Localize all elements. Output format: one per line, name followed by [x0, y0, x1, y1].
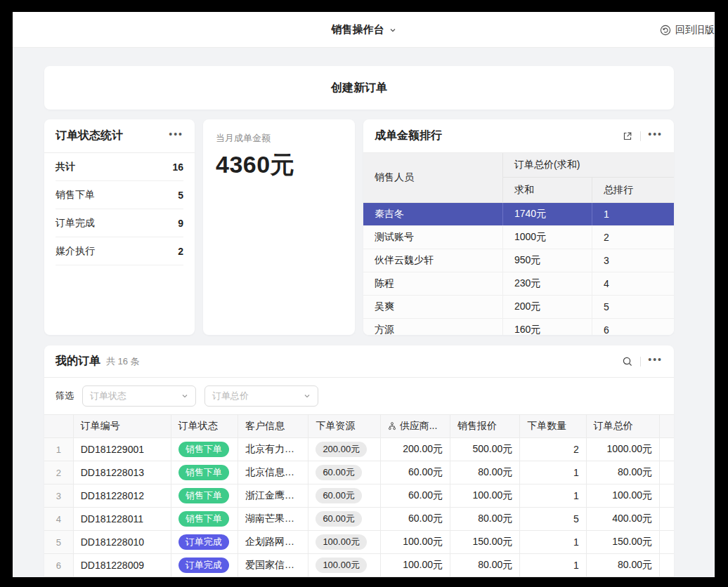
col-spacer [660, 415, 674, 437]
status-label: 订单完成 [56, 217, 95, 230]
select-placeholder: 订单总价 [212, 390, 249, 402]
row-number: 5 [44, 531, 74, 553]
col-quote[interactable]: 销售报价 [450, 415, 520, 437]
status-badge: 销售下单 [178, 488, 229, 503]
row-number: 2 [44, 461, 74, 484]
back-to-old-version-button[interactable]: 回到旧版 [660, 12, 715, 48]
ranking-row[interactable]: 吴爽 200元 5 [363, 296, 674, 319]
order-row[interactable]: 6 DD181228009 订单完成 爱国家信息... 100.00元 100.… [44, 554, 674, 577]
ranking-col-person: 销售人员 [363, 153, 503, 202]
status-value: 2 [178, 246, 183, 257]
ranking-name: 方源 [363, 319, 503, 335]
more-menu-icon[interactable]: ••• [169, 131, 183, 141]
col-customer[interactable]: 客户信息 [238, 415, 308, 437]
order-total-filter-select[interactable]: 订单总价 [204, 385, 318, 407]
order-row[interactable]: 3 DD181228012 销售下单 浙江金鹰卡... 60.00元 60.00… [44, 484, 674, 508]
ranking-sum: 230元 [503, 272, 592, 295]
monthly-amount-label: 当月成单金额 [216, 132, 342, 145]
supplier-price: 60.00元 [381, 461, 450, 484]
divider [640, 357, 641, 367]
order-row[interactable]: 2 DD181228013 销售下单 北京信息大... 60.00元 60.00… [44, 461, 674, 484]
resource-badge: 100.00元 [316, 558, 367, 573]
status-list: 共计 16 销售下单 5 订单完成 9 媒介执行 2 [44, 153, 195, 265]
col-total[interactable]: 订单总价 [587, 415, 660, 437]
status-value: 9 [178, 218, 183, 229]
col-supplier[interactable]: 供应商... [381, 415, 450, 437]
order-total: 80.00元 [587, 461, 660, 484]
customer-info: 爱国家信息... [245, 559, 301, 572]
status-label: 媒介执行 [56, 245, 95, 258]
col-status[interactable]: 订单状态 [171, 415, 238, 437]
sales-quote: 80.00元 [450, 554, 520, 576]
resource-badge: 100.00元 [316, 534, 367, 550]
ranking-col-sum: 求和 [503, 178, 592, 202]
ranking-card-title: 成单金额排行 [375, 128, 442, 143]
row-number: 4 [44, 508, 74, 530]
status-row-sales[interactable]: 销售下单 5 [56, 181, 183, 209]
order-row[interactable]: 1 DD181229001 销售下单 北京有力量... 200.00元 200.… [44, 438, 674, 461]
order-row[interactable]: 4 DD181228011 销售下单 湖南芒果娱... 60.00元 60.00… [44, 508, 674, 531]
order-no: DD181228012 [74, 484, 171, 507]
col-order-no[interactable]: 订单编号 [74, 415, 171, 437]
more-menu-icon[interactable]: ••• [648, 131, 663, 141]
back-to-old-version-label: 回到旧版 [675, 24, 715, 37]
org-hierarchy-icon [388, 422, 396, 430]
ranking-row[interactable]: 秦吉冬 1740元 1 [363, 203, 674, 226]
ranking-rank: 4 [592, 272, 674, 295]
ranking-row[interactable]: 测试账号 1000元 2 [363, 226, 674, 249]
status-label: 销售下单 [56, 189, 95, 202]
col-qty[interactable]: 下单数量 [520, 415, 586, 437]
ranking-sum: 950元 [503, 249, 592, 272]
sales-quote: 80.00元 [450, 508, 520, 530]
resource-badge: 60.00元 [316, 511, 362, 527]
ranking-col-rank: 总排行 [592, 178, 674, 202]
ranking-rank: 2 [592, 226, 674, 249]
row-spacer [660, 531, 674, 553]
ranking-row[interactable]: 陈程 230元 4 [363, 272, 674, 296]
supplier-price: 200.00元 [381, 438, 450, 461]
ranking-name: 伙伴云魏少轩 [363, 249, 503, 272]
status-row-total[interactable]: 共计 16 [56, 153, 183, 181]
resource-badge: 60.00元 [316, 488, 362, 503]
order-row[interactable]: 5 DD181228010 订单完成 企划路网络... 100.00元 100.… [44, 531, 674, 554]
top-bar: 销售操作台 回到旧版 [13, 12, 715, 48]
order-no: DD181228010 [74, 531, 171, 553]
open-in-new-icon[interactable] [622, 131, 633, 142]
ranking-card: 成单金额排行 ••• 销售人员 订单总价(求和) 求和 总排行 [363, 119, 674, 335]
sales-quote: 80.00元 [450, 461, 520, 484]
customer-info: 北京信息大... [245, 466, 301, 479]
ranking-rank: 5 [592, 296, 674, 318]
order-status-filter-select[interactable]: 订单状态 [82, 385, 196, 407]
status-row-done[interactable]: 订单完成 9 [56, 209, 183, 237]
ranking-col-group: 订单总价(求和) [503, 153, 674, 178]
create-order-button[interactable]: 创建新订单 [44, 66, 674, 110]
order-qty: 2 [520, 438, 586, 461]
filter-label: 筛选 [56, 390, 74, 402]
supplier-price: 60.00元 [381, 484, 450, 507]
status-badge: 订单完成 [178, 534, 229, 550]
sales-quote: 150.00元 [450, 531, 520, 553]
resource-badge: 200.00元 [316, 442, 367, 457]
page-title: 销售操作台 [332, 23, 384, 37]
orders-table-header: 订单编号 订单状态 客户信息 下单资源 供应商... 销售报价 下单数量 订单总… [44, 415, 674, 438]
orders-count: 共 16 条 [106, 355, 140, 368]
filter-bar: 筛选 订单状态 订单总价 [44, 378, 674, 414]
order-no: DD181229001 [74, 438, 171, 461]
row-number-header [44, 415, 74, 437]
row-number: 3 [44, 484, 74, 507]
ranking-name: 陈程 [363, 272, 503, 295]
ranking-table-header: 销售人员 订单总价(求和) 求和 总排行 [363, 153, 674, 203]
col-resource[interactable]: 下单资源 [308, 415, 380, 437]
order-no: DD181228009 [74, 554, 171, 576]
ranking-name: 秦吉冬 [363, 203, 503, 225]
order-no: DD181228013 [74, 461, 171, 484]
status-row-media[interactable]: 媒介执行 2 [56, 237, 183, 265]
ranking-rank: 3 [592, 249, 674, 272]
ranking-row[interactable]: 方源 160元 6 [363, 319, 674, 335]
search-icon[interactable] [622, 356, 633, 367]
ranking-row[interactable]: 伙伴云魏少轩 950元 3 [363, 249, 674, 272]
select-placeholder: 订单状态 [90, 390, 126, 402]
more-menu-icon[interactable]: ••• [648, 357, 663, 367]
workspace-title-dropdown[interactable]: 销售操作台 [332, 12, 396, 48]
supplier-price: 100.00元 [381, 531, 450, 553]
